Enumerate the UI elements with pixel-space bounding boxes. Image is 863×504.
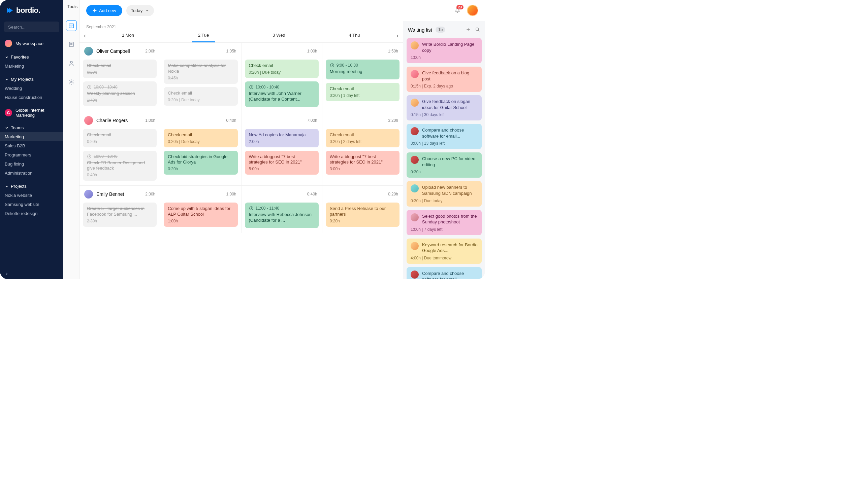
waiting-card[interactable]: Keyword research for Bordio Google Ads..… — [407, 238, 482, 264]
task-meta: 1:00h — [168, 219, 234, 223]
day-header[interactable]: 2 Tue — [166, 29, 241, 42]
svg-point-9 — [71, 81, 72, 83]
myprojects-header[interactable]: My Projects — [0, 75, 63, 84]
team-item-sales-b2b[interactable]: Sales B2B — [0, 141, 63, 151]
task-card[interactable]: Check email0:20h | Due today — [164, 129, 237, 147]
calendar-body: Oliver Campbell2:00h1:05h1:00h1:50hCheck… — [79, 43, 403, 279]
waiting-card[interactable]: Upload new banners to Samsung GDN campai… — [407, 181, 482, 206]
task-card[interactable]: 10:00 - 10:40Check FB Banner Design and … — [83, 151, 157, 181]
task-meta: 3:00h — [330, 167, 396, 171]
task-card[interactable]: 10:00 - 10:40Weekly planning session1:40… — [83, 81, 157, 106]
task-meta: 0:20h | 2 days left — [330, 139, 396, 144]
project-item-deliotte-redesign[interactable]: Deliotte redesign — [0, 209, 63, 218]
day-header[interactable]: 3 Wed — [241, 29, 317, 42]
task-card[interactable]: Come up with 5 slogan ideas for ALP Guit… — [164, 203, 237, 227]
task-meta: 2:30h — [87, 219, 153, 223]
next-week[interactable] — [392, 30, 403, 42]
add-new-button[interactable]: Add new — [86, 5, 122, 16]
prev-week[interactable] — [79, 30, 90, 42]
task-card[interactable]: Write a blogpost "7 best strategies for … — [245, 151, 318, 175]
search-icon[interactable] — [475, 27, 480, 32]
clock-icon — [87, 154, 92, 159]
task-card[interactable]: 10:00 - 10:40Interview with John Warner … — [245, 81, 318, 107]
task-meta: 2:00h — [249, 139, 315, 144]
waiting-title: Choose a new PC for video editing — [422, 156, 478, 168]
today-button[interactable]: Today — [126, 5, 154, 16]
team-item-administration[interactable]: Administration — [0, 169, 63, 178]
logo[interactable]: bordio. — [0, 0, 63, 22]
person-hours: 1:05h — [226, 49, 236, 53]
day-header[interactable]: 4 Thu — [317, 29, 392, 42]
task-title: Interview with Rebecca Johnson (Candidat… — [249, 212, 315, 223]
task-meta: 0:20h — [330, 219, 396, 223]
waiting-count: 15 — [436, 27, 445, 33]
waiting-meta: 0:15h | Exp. 2 days ago — [411, 84, 478, 89]
projects-header[interactable]: Projects — [0, 182, 63, 191]
workspace-row[interactable]: My workspace — [0, 36, 63, 50]
waiting-card[interactable]: Compare and choose software for email...… — [407, 124, 482, 149]
collapse-sidebar[interactable] — [0, 269, 63, 279]
project-item-samsung-website[interactable]: Samsung website — [0, 200, 63, 209]
user-avatar[interactable] — [467, 5, 478, 16]
team-item-marketing[interactable]: Marketing — [0, 132, 63, 141]
chevron-down-icon — [5, 184, 9, 189]
day-header[interactable]: 1 Mon — [90, 29, 166, 42]
rail-notes[interactable] — [66, 39, 77, 50]
rail-calendar[interactable]: 31 — [66, 20, 77, 31]
waiting-avatar — [411, 213, 419, 221]
search-input[interactable] — [8, 25, 65, 30]
chevron-down-icon — [5, 55, 9, 59]
org-row[interactable]: G Global Internet Marketing — [0, 104, 63, 121]
task-card[interactable]: Check email0:20h | 2 days left — [326, 129, 400, 147]
person-name: Emily Bennet — [96, 192, 142, 197]
myproject-item-house-construction[interactable]: House construction — [0, 93, 63, 102]
notifications-button[interactable]: 23 — [454, 7, 461, 14]
chevron-right-icon — [395, 34, 400, 38]
waiting-card[interactable]: Give feedback on slogan ideas for Guitar… — [407, 95, 482, 120]
favorites-header[interactable]: Favorites — [0, 52, 63, 62]
task-card[interactable]: Check email0:20h | 1 day left — [326, 83, 400, 101]
plus-icon[interactable] — [465, 27, 471, 32]
task-card[interactable]: 9:00 - 10:30Morning meeting — [326, 60, 400, 79]
task-card[interactable]: Check bid strategies in Google Ads for G… — [164, 151, 237, 175]
task-card[interactable]: Check email0:20h | Due today — [164, 87, 237, 106]
task-card[interactable]: Send a Press Release to our partners0:20… — [326, 203, 400, 227]
sidebar: bordio. My workspace Favorites Marketing… — [0, 0, 63, 279]
task-card[interactable]: Check email0:20h — [83, 60, 157, 78]
task-card[interactable]: Create 5+ target audiences in Facebook f… — [83, 203, 157, 227]
task-meta: 0:20h | Due today — [168, 98, 234, 102]
rail-people[interactable] — [66, 58, 77, 69]
myproject-item-wedding[interactable]: Wedding — [0, 84, 63, 93]
task-card[interactable]: New Ad copies for Manamaja2:00h — [245, 129, 318, 147]
project-item-nokia-website[interactable]: Nokia website — [0, 191, 63, 200]
waiting-title: Waiting list — [408, 27, 432, 33]
waiting-card[interactable]: Compare and choose software for email... — [407, 267, 482, 279]
favorite-item-marketing[interactable]: Marketing — [0, 62, 63, 70]
task-title: Make competitors analysis for Nokia — [168, 63, 234, 74]
svg-point-8 — [71, 61, 72, 63]
notes-icon — [68, 41, 74, 48]
waiting-title: Compare and choose software for email... — [422, 127, 478, 139]
task-card[interactable]: Check email0:20h | Due today — [245, 60, 318, 78]
task-title: Check email — [87, 63, 153, 69]
task-card[interactable]: Make competitors analysis for Nokia0:45h — [164, 60, 237, 84]
svg-point-15 — [476, 28, 479, 30]
teams-header[interactable]: Teams — [0, 123, 63, 132]
workspace-label: My workspace — [15, 41, 43, 46]
task-card[interactable]: 11:00 - 11:40Interview with Rebecca John… — [245, 203, 318, 228]
waiting-meta: 1:00h — [411, 55, 478, 60]
waiting-card[interactable]: Choose a new PC for video editing0:30h — [407, 152, 482, 178]
person-hours: 2:30h — [145, 192, 155, 196]
waiting-title: Compare and choose software for email... — [422, 271, 478, 279]
waiting-card[interactable]: Select good photos from the Sunday photo… — [407, 210, 482, 235]
rail-settings[interactable] — [66, 77, 77, 88]
team-item-bug-fixing[interactable]: Bug fixing — [0, 159, 63, 169]
waiting-card[interactable]: Give feedback on a blog post0:15h | Exp.… — [407, 67, 482, 92]
clock-icon — [87, 85, 92, 90]
search-box[interactable] — [4, 22, 59, 32]
task-card[interactable]: Write a blogpost "7 best strategies for … — [326, 151, 400, 175]
team-item-programmers[interactable]: Programmers — [0, 151, 63, 159]
logo-text: bordio. — [16, 6, 40, 15]
waiting-card[interactable]: Write Bordio Landing Page copy1:00h — [407, 38, 482, 63]
task-card[interactable]: Check email0:20h — [83, 129, 157, 147]
